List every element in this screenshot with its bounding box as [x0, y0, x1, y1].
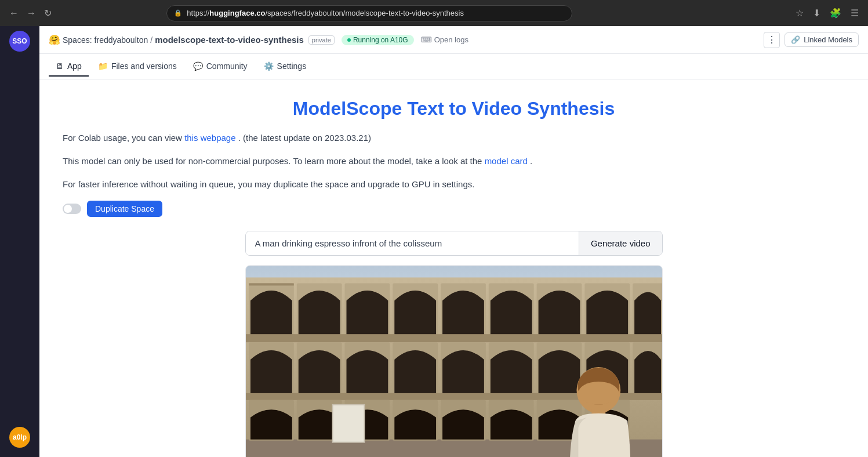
browser-chrome: ← → ↻ 🔒 https://huggingface.co/spaces/fr… — [0, 0, 868, 26]
user-link[interactable]: freddyaboulton — [95, 35, 148, 45]
generate-button[interactable]: Generate video — [579, 231, 662, 255]
colab-link[interactable]: this webpage — [184, 133, 235, 143]
app-icon: 🖥 — [56, 61, 64, 71]
main-content: 🤗 Spaces: freddyaboulton / modelscope-te… — [39, 26, 868, 457]
tab-files[interactable]: 📁 Files and versions — [91, 57, 184, 77]
running-badge: Running on A10G — [342, 35, 414, 45]
tab-app[interactable]: 🖥 App — [49, 57, 89, 77]
colab-text: For Colab usage, you can view this webpa… — [63, 131, 845, 145]
tab-app-label: App — [67, 61, 82, 71]
tab-community-label: Community — [206, 61, 248, 71]
user-avatar[interactable]: a0lp — [9, 427, 30, 448]
tab-settings-label: Settings — [277, 61, 307, 71]
settings-icon: ⚙️ — [264, 61, 274, 71]
svg-rect-13 — [246, 334, 662, 342]
terminal-icon: ⌨ — [421, 35, 432, 44]
inference-info: For faster inference without waiting in … — [63, 177, 845, 191]
sso-label: SSO — [12, 37, 27, 45]
user-initials: a0lp — [13, 433, 27, 441]
topnav: 🤗 Spaces: freddyaboulton / modelscope-te… — [39, 26, 868, 54]
input-row: Generate video — [245, 231, 663, 256]
breadcrumb-separator: / — [150, 35, 152, 45]
linked-models-button[interactable]: 🔗 Linked Models — [785, 32, 859, 47]
forward-button[interactable]: → — [24, 6, 38, 21]
community-icon: 💬 — [193, 61, 203, 71]
colab-info: For Colab usage, you can view this webpa… — [63, 131, 845, 145]
video-container: ⬇ — [245, 265, 663, 457]
lock-icon: 🔒 — [174, 9, 182, 17]
back-button[interactable]: ← — [7, 6, 21, 21]
more-options-button[interactable]: ⋮ — [764, 32, 780, 48]
model-info: This model can only be used for non-comm… — [63, 154, 845, 168]
duplicate-row: Duplicate Space — [63, 201, 845, 217]
running-dot — [347, 38, 351, 42]
url-text: https://huggingface.co/spaces/freddyabou… — [187, 9, 464, 17]
repo-link[interactable]: modelscope-text-to-video-synthesis — [155, 35, 304, 45]
spaces-label: Spaces: — [63, 35, 92, 45]
open-logs-button[interactable]: ⌨ Open logs — [421, 35, 468, 44]
tabnav: 🖥 App 📁 Files and versions 💬 Community ⚙… — [39, 54, 868, 79]
duplicate-space-button[interactable]: Duplicate Space — [87, 201, 162, 217]
reload-button[interactable]: ↻ — [42, 5, 54, 21]
tab-settings[interactable]: ⚙️ Settings — [257, 57, 314, 77]
svg-rect-4 — [248, 283, 293, 285]
link-icon: 🔗 — [791, 35, 800, 44]
private-badge: private — [308, 35, 335, 45]
hf-logo-icon: 🤗 — [49, 34, 60, 45]
tab-community[interactable]: 💬 Community — [186, 57, 255, 77]
model-card-link[interactable]: model card — [485, 156, 528, 166]
app-title[interactable]: ModelScope Text to Video Synthesis — [63, 98, 845, 119]
breadcrumb: 🤗 Spaces: freddyaboulton / modelscope-te… — [49, 34, 468, 45]
extensions-button[interactable]: 🧩 — [827, 5, 844, 21]
address-bar[interactable]: 🔒 https://huggingface.co/spaces/freddyab… — [166, 5, 572, 21]
model-text: This model can only be used for non-comm… — [63, 154, 845, 168]
page-content: ModelScope Text to Video Synthesis For C… — [39, 79, 868, 457]
files-icon: 📁 — [98, 61, 108, 71]
right-actions: ⋮ 🔗 Linked Models — [764, 32, 859, 48]
duplicate-toggle[interactable] — [63, 204, 81, 214]
prompt-input[interactable] — [246, 231, 579, 255]
tab-files-label: Files and versions — [111, 61, 177, 71]
colosseum-image — [246, 266, 662, 457]
svg-point-35 — [578, 382, 619, 405]
bookmark-button[interactable]: ☆ — [793, 5, 806, 21]
save-button[interactable]: ⬇ — [811, 5, 823, 21]
sso-avatar[interactable]: SSO — [9, 31, 30, 52]
video-display — [246, 266, 662, 457]
running-label: Running on A10G — [353, 36, 408, 44]
menu-button[interactable]: ☰ — [848, 5, 861, 21]
nav-buttons: ← → ↻ — [7, 5, 54, 21]
browser-actions: ☆ ⬇ 🧩 ☰ — [793, 5, 861, 21]
sso-sidebar: SSO a0lp — [0, 26, 39, 457]
inference-text: For faster inference without waiting in … — [63, 177, 845, 191]
svg-rect-32 — [332, 405, 364, 443]
